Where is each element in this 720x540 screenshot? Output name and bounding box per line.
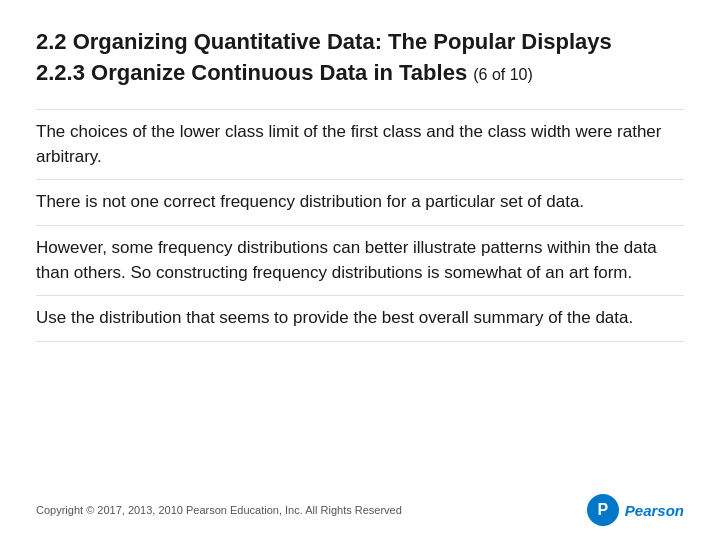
pearson-logo: P Pearson <box>587 494 684 526</box>
slide-container: 2.2 Organizing Quantitative Data: The Po… <box>0 0 720 540</box>
page-badge: (6 of 10) <box>473 66 533 83</box>
paragraph-4: Use the distribution that seems to provi… <box>36 295 684 342</box>
pearson-brand-label: Pearson <box>625 502 684 519</box>
footer: Copyright © 2017, 2013, 2010 Pearson Edu… <box>36 494 684 526</box>
pearson-icon: P <box>587 494 619 526</box>
subtitle-text: 2.2.3 Organize Continuous Data in Tables <box>36 60 467 85</box>
title-line1: 2.2 Organizing Quantitative Data: The Po… <box>36 29 612 54</box>
paragraph-1: The choices of the lower class limit of … <box>36 109 684 179</box>
paragraph-3: However, some frequency distributions ca… <box>36 225 684 295</box>
copyright-text: Copyright © 2017, 2013, 2010 Pearson Edu… <box>36 504 402 516</box>
paragraph-2: There is not one correct frequency distr… <box>36 179 684 225</box>
subtitle: 2.2.3 Organize Continuous Data in Tables… <box>36 59 684 88</box>
main-title: 2.2 Organizing Quantitative Data: The Po… <box>36 28 684 57</box>
header-section: 2.2 Organizing Quantitative Data: The Po… <box>36 28 684 87</box>
content-section: The choices of the lower class limit of … <box>36 109 684 520</box>
